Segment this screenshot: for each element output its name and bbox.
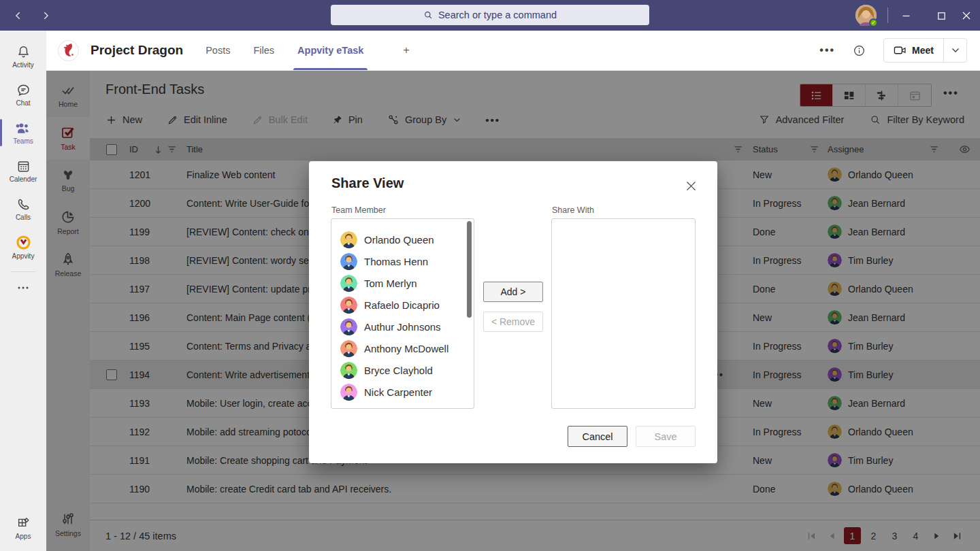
rail-label: Activity bbox=[12, 61, 34, 69]
teams-left-rail: Activity Chat Teams Calender bbox=[0, 31, 46, 551]
bell-icon bbox=[16, 45, 31, 59]
info-icon[interactable] bbox=[853, 44, 866, 57]
window-maximize-button[interactable] bbox=[931, 5, 951, 26]
sidebar-item-calendar[interactable]: Calender bbox=[0, 152, 46, 190]
meet-dropdown-button[interactable] bbox=[943, 39, 966, 62]
rail-divider bbox=[11, 271, 35, 272]
channel-header: Project Dragon Posts Files Appvity eTask… bbox=[46, 31, 980, 71]
camera-icon bbox=[894, 45, 906, 56]
share-with-listbox bbox=[551, 218, 696, 409]
sidebar-item-calls[interactable]: Calls bbox=[0, 190, 46, 228]
team-member-listbox: Orlando Queen Thomas Henn Tom Merlyn Raf… bbox=[331, 218, 474, 409]
add-button[interactable]: Add > bbox=[483, 282, 543, 302]
sidebar-item-apps[interactable]: Apps bbox=[0, 509, 46, 547]
back-arrow-icon[interactable] bbox=[10, 7, 27, 24]
member-name: Orlando Queen bbox=[364, 234, 434, 246]
member-name: Nick Carpenter bbox=[364, 386, 432, 398]
team-member-option[interactable]: Thomas Henn bbox=[331, 250, 474, 272]
rail-label: Appvity bbox=[12, 252, 35, 260]
sidebar-item-teams[interactable]: Teams bbox=[0, 114, 46, 152]
rail-label: Calender bbox=[10, 176, 37, 183]
team-member-option[interactable]: Tom Merlyn bbox=[331, 272, 474, 294]
channel-tabs: Posts Files Appvity eTask + bbox=[206, 31, 409, 70]
status-available-icon: ✓ bbox=[869, 18, 878, 27]
team-member-option[interactable]: Authur Johnsons bbox=[331, 316, 474, 337]
rail-label: Teams bbox=[13, 137, 33, 145]
phone-icon bbox=[16, 197, 31, 212]
sidebar-item-appvity[interactable]: Appvity bbox=[0, 228, 46, 266]
sidebar-item-chat[interactable]: Chat bbox=[0, 76, 46, 114]
team-member-option[interactable]: Bryce Clayhold bbox=[331, 359, 474, 381]
share-view-dialog: Share View Team Member Share With Orland… bbox=[309, 161, 717, 463]
share-with-label: Share With bbox=[552, 205, 594, 215]
chat-icon bbox=[16, 83, 31, 97]
sidebar-item-activity[interactable]: Activity bbox=[0, 37, 46, 76]
team-member-option[interactable]: Anthony McDowell bbox=[331, 337, 474, 359]
member-name: Rafaelo Dicaprio bbox=[364, 299, 440, 311]
search-input[interactable]: Search or type a command bbox=[331, 5, 649, 25]
team-name: Project Dragon bbox=[91, 43, 183, 58]
member-avatar bbox=[340, 297, 357, 314]
member-avatar bbox=[340, 253, 357, 270]
tab-files[interactable]: Files bbox=[253, 31, 274, 70]
dialog-title: Share View bbox=[331, 176, 404, 191]
window-minimize-button[interactable] bbox=[896, 5, 916, 26]
rail-more-button[interactable] bbox=[0, 278, 46, 298]
team-logo bbox=[58, 40, 79, 61]
rail-label: Chat bbox=[16, 99, 30, 107]
titlebar-divider bbox=[887, 7, 888, 23]
team-member-option[interactable]: Nick Carpenter bbox=[331, 381, 474, 403]
member-name: Bryce Clayhold bbox=[364, 365, 433, 376]
member-avatar bbox=[340, 275, 357, 292]
user-avatar[interactable]: ✓ bbox=[855, 5, 877, 26]
team-member-option[interactable]: Rafaelo Dicaprio bbox=[331, 294, 474, 316]
meet-label: Meet bbox=[912, 45, 934, 56]
rail-label: Apps bbox=[16, 533, 31, 540]
member-avatar bbox=[340, 340, 357, 357]
rail-label: Calls bbox=[16, 214, 31, 221]
add-tab-button[interactable]: + bbox=[403, 44, 409, 56]
close-icon[interactable] bbox=[684, 179, 698, 193]
member-avatar bbox=[340, 384, 357, 401]
tab-posts[interactable]: Posts bbox=[206, 31, 230, 70]
meet-button[interactable]: Meet bbox=[883, 38, 967, 63]
cancel-button[interactable]: Cancel bbox=[568, 426, 627, 447]
apps-grid-icon bbox=[16, 516, 31, 531]
search-placeholder: Search or type a command bbox=[438, 10, 557, 20]
forward-arrow-icon[interactable] bbox=[37, 7, 54, 24]
search-icon bbox=[423, 10, 433, 20]
save-button[interactable]: Save bbox=[636, 426, 696, 447]
remove-button[interactable]: < Remove bbox=[483, 312, 543, 332]
appvity-logo-icon bbox=[16, 235, 31, 250]
tab-appvity-etask[interactable]: Appvity eTask bbox=[297, 31, 363, 70]
teams-titlebar: Search or type a command ✓ bbox=[0, 0, 980, 31]
header-more-button[interactable]: ••• bbox=[819, 44, 835, 56]
member-avatar bbox=[340, 362, 357, 379]
member-avatar bbox=[340, 231, 357, 248]
member-name: Thomas Henn bbox=[364, 256, 428, 267]
teams-people-icon bbox=[16, 121, 31, 135]
window-close-button[interactable] bbox=[956, 5, 977, 26]
team-member-label: Team Member bbox=[331, 205, 386, 215]
calendar-icon bbox=[16, 159, 31, 173]
team-member-option[interactable]: Orlando Queen bbox=[331, 229, 474, 250]
member-name: Tom Merlyn bbox=[364, 278, 417, 289]
member-name: Anthony McDowell bbox=[364, 343, 448, 354]
member-avatar bbox=[340, 318, 357, 335]
listbox-scrollbar[interactable] bbox=[467, 221, 472, 318]
member-name: Authur Johnsons bbox=[364, 321, 441, 333]
